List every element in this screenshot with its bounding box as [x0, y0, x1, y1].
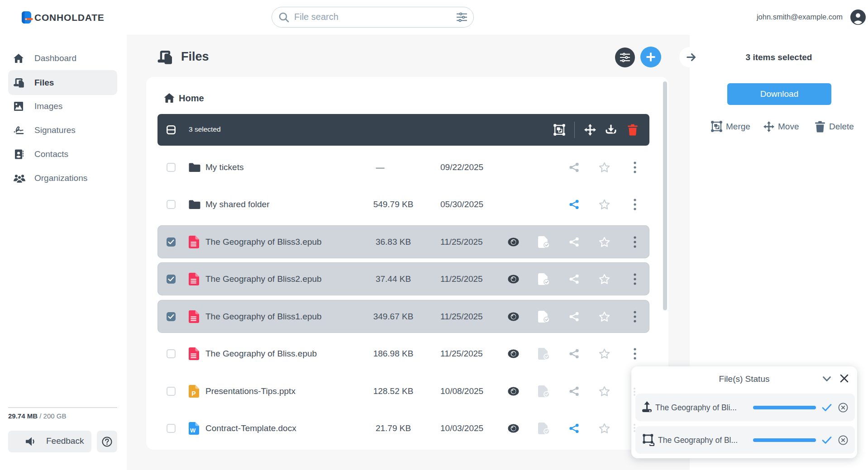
- svg-text:W: W: [190, 427, 196, 434]
- svg-text:P: P: [191, 389, 196, 397]
